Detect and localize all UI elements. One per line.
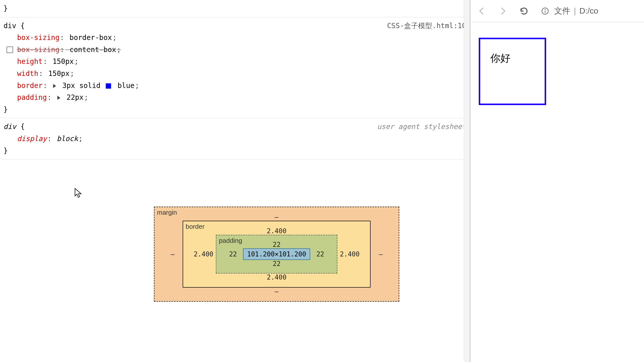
margin-bottom-value[interactable]: –	[165, 288, 388, 295]
box-model-padding-label: padding	[219, 237, 242, 245]
box-model-margin[interactable]: margin – – border 2.400 2.400 padding 22…	[154, 207, 399, 302]
value[interactable]: content-box	[69, 46, 116, 54]
value[interactable]: 22px	[67, 93, 84, 102]
close-brace: }	[4, 105, 8, 114]
border-right-value[interactable]: 2.400	[340, 250, 359, 258]
box-model-padding[interactable]: padding 22 22 101.200×101.200 22 22	[216, 235, 337, 274]
expand-shorthand-icon[interactable]	[57, 96, 60, 100]
rendered-div-text: 你好	[490, 53, 510, 64]
close-brace: }	[4, 4, 8, 13]
property: display	[17, 134, 47, 143]
open-brace: {	[20, 22, 25, 30]
css-rule-authored[interactable]: CSS-盒子模型.html:10 div { box-sizing: borde…	[0, 17, 470, 118]
property[interactable]: box-sizing	[17, 33, 60, 42]
declaration-width[interactable]: width: 150px;	[4, 68, 466, 80]
address-separator: |	[574, 6, 576, 16]
value-pre[interactable]: 3px solid	[62, 81, 101, 90]
property[interactable]: width	[17, 69, 38, 78]
address-bar[interactable]: 文件 | D:/co	[540, 6, 639, 17]
box-model-diagram[interactable]: margin – – border 2.400 2.400 padding 22…	[154, 207, 399, 302]
box-model-content-size[interactable]: 101.200×101.200	[243, 248, 310, 260]
border-top-value[interactable]: 2.400	[194, 227, 359, 235]
padding-right-value[interactable]: 22	[313, 250, 328, 258]
rendered-page: 你好	[471, 22, 644, 105]
declaration-padding[interactable]: padding: 22px;	[4, 92, 466, 104]
open-brace: {	[20, 122, 25, 131]
styles-panel: } CSS-盒子模型.html:10 div { box-sizing: bor…	[0, 0, 470, 362]
box-model-border-label: border	[186, 223, 205, 231]
expand-shorthand-icon[interactable]	[53, 84, 56, 88]
property[interactable]: box-sizing	[17, 46, 60, 54]
address-scheme-label: 文件	[554, 6, 570, 17]
value: block	[57, 134, 78, 143]
selector[interactable]: div	[4, 22, 16, 30]
declaration-display: display: block;	[4, 133, 466, 145]
browser-toolbar: 文件 | D:/co	[471, 0, 644, 22]
declaration-height[interactable]: height: 150px;	[4, 56, 466, 68]
mouse-cursor-icon	[74, 188, 82, 200]
toggle-declaration-checkbox[interactable]	[7, 47, 13, 53]
margin-right-value[interactable]: –	[373, 250, 388, 258]
border-bottom-value[interactable]: 2.400	[194, 274, 359, 281]
back-button[interactable]	[476, 6, 487, 17]
border-left-value[interactable]: 2.400	[194, 250, 213, 258]
rendered-div-element: 你好	[479, 38, 546, 105]
reload-button[interactable]	[518, 6, 530, 17]
padding-left-value[interactable]: 22	[225, 250, 240, 258]
declaration-box-sizing-overridden[interactable]: box-sizing: content-box;	[4, 44, 466, 56]
property[interactable]: padding	[17, 93, 47, 102]
property[interactable]: height	[17, 57, 43, 66]
value-color[interactable]: blue	[117, 81, 134, 90]
value[interactable]: border-box	[69, 33, 112, 42]
property[interactable]: border	[17, 81, 43, 90]
margin-top-value[interactable]: –	[165, 213, 388, 221]
rule-source-ua: user agent stylesheet	[377, 121, 466, 133]
css-rule-trailing-close: }	[0, 0, 470, 17]
box-model-border[interactable]: border 2.400 2.400 padding 22 22 101.200…	[183, 221, 371, 288]
value[interactable]: 150px	[53, 57, 74, 66]
svg-rect-2	[545, 11, 546, 13]
address-path: D:/co	[579, 6, 598, 16]
declaration-box-sizing-active[interactable]: box-sizing: border-box;	[4, 32, 466, 44]
box-model-margin-label: margin	[157, 209, 177, 216]
forward-button[interactable]	[497, 6, 508, 17]
value[interactable]: 150px	[48, 69, 69, 78]
rule-source-link[interactable]: CSS-盒子模型.html:10	[387, 20, 466, 32]
browser-pane: 文件 | D:/co 你好	[471, 0, 644, 362]
selector: div	[4, 122, 16, 131]
color-swatch[interactable]	[106, 83, 111, 89]
padding-bottom-value[interactable]: 22	[225, 260, 328, 267]
info-icon[interactable]	[540, 6, 551, 17]
margin-left-value[interactable]: –	[165, 250, 180, 258]
declaration-border[interactable]: border: 3px solid blue;	[4, 80, 466, 92]
svg-point-1	[545, 9, 546, 10]
close-brace: }	[4, 147, 8, 155]
css-rule-user-agent: user agent stylesheet div { display: blo…	[0, 118, 470, 159]
